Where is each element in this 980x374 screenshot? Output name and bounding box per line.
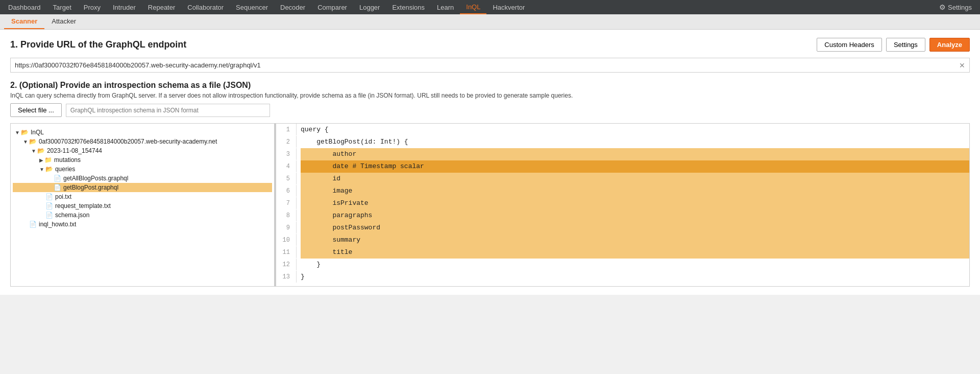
tree-panel: ▼InQL▼0af30007032f076e8458184000b20057.w… [11, 124, 276, 286]
line-number: 7 [276, 197, 297, 209]
folder-open-icon [37, 147, 45, 154]
url-row: ✕ [10, 58, 970, 73]
tree-label-mutations-folder: mutations [54, 156, 81, 163]
step2-description: InQL can query schema directly from Grap… [10, 92, 970, 99]
tree-item-schema-json[interactable]: schema.json [13, 211, 272, 220]
nav-collaborator[interactable]: Collaborator [181, 0, 230, 14]
nav-extensions[interactable]: Extensions [386, 0, 431, 14]
tree-label-schema-json: schema.json [55, 212, 89, 219]
line-number: 2 [276, 136, 297, 148]
analyze-button[interactable]: Analyze [929, 38, 970, 52]
nav-repeater[interactable]: Repeater [142, 0, 181, 14]
main-content: 1. Provide URL of the GraphQL endpoint C… [0, 30, 980, 295]
folder-open-icon [45, 166, 53, 173]
code-line-11: 11 title [276, 246, 969, 259]
url-input[interactable] [11, 58, 955, 72]
code-text-line-3: author [301, 148, 969, 160]
tree-toggle-inql-root[interactable]: ▼ [15, 130, 20, 135]
nav-learn[interactable]: Learn [431, 0, 460, 14]
step2-title: 2. (Optional) Provide an introspection s… [10, 81, 970, 90]
tree-label-poi-file: poi.txt [55, 193, 71, 200]
tree-item-getBlogPost[interactable]: getBlogPost.graphql [13, 183, 272, 192]
tree-item-timestamp-folder[interactable]: ▼2023-11-08_154744 [13, 146, 272, 155]
code-panel: 1query {2 getBlogPost(id: Int!) {3 autho… [276, 124, 969, 286]
tree-label-getBlogPost: getBlogPost.graphql [63, 184, 118, 191]
file-icon [54, 184, 61, 191]
file-row: Select file ... [10, 103, 970, 117]
code-text-line-4: date # Timestamp scalar [301, 160, 969, 173]
folder-open-icon [29, 138, 37, 145]
tree-item-inql-root[interactable]: ▼InQL [13, 128, 272, 137]
secondary-navigation: Scanner Attacker [0, 14, 980, 30]
file-icon [45, 193, 53, 200]
file-path-input[interactable] [66, 104, 270, 117]
tree-label-queries-folder: queries [55, 166, 75, 173]
tree-item-domain-folder[interactable]: ▼0af30007032f076e8458184000b20057.web-se… [13, 137, 272, 146]
code-line-13: 13} [276, 271, 969, 283]
line-number: 3 [276, 148, 297, 160]
code-text-line-1: query { [301, 124, 969, 136]
file-icon [29, 221, 37, 228]
url-clear-button[interactable]: ✕ [955, 59, 969, 72]
tree-label-request-template: request_template.txt [55, 202, 111, 209]
tree-toggle-mutations-folder[interactable]: ▶ [39, 157, 43, 163]
file-icon [45, 202, 53, 209]
folder-icon [44, 156, 52, 163]
nav-logger[interactable]: Logger [353, 0, 386, 14]
code-line-5: 5 id [276, 173, 969, 185]
gear-icon [939, 3, 946, 11]
nav-target[interactable]: Target [47, 0, 78, 14]
tree-label-getAllBlogPosts: getAllBlogPosts.graphql [63, 175, 128, 182]
tree-item-mutations-folder[interactable]: ▶mutations [13, 155, 272, 165]
tree-item-getAllBlogPosts[interactable]: getAllBlogPosts.graphql [13, 174, 272, 183]
custom-headers-button[interactable]: Custom Headers [817, 38, 882, 52]
tab-attacker[interactable]: Attacker [44, 14, 83, 29]
top-navigation: Dashboard Target Proxy Intruder Repeater… [0, 0, 980, 14]
nav-comparer[interactable]: Comparer [311, 0, 353, 14]
code-line-2: 2 getBlogPost(id: Int!) { [276, 136, 969, 148]
tree-label-domain-folder: 0af30007032f076e8458184000b20057.web-sec… [39, 138, 217, 145]
tree-label-timestamp-folder: 2023-11-08_154744 [47, 147, 102, 154]
nav-hackvertor[interactable]: Hackvertor [486, 0, 531, 14]
code-line-10: 10 summary [276, 234, 969, 246]
tree-toggle-timestamp-folder[interactable]: ▼ [31, 148, 36, 154]
code-text-line-11: title [301, 246, 969, 259]
line-number: 12 [276, 259, 297, 270]
line-number: 10 [276, 234, 297, 246]
select-file-button[interactable]: Select file ... [10, 103, 62, 117]
nav-sequencer[interactable]: Sequencer [230, 0, 274, 14]
tree-label-inql-howto: inql_howto.txt [39, 221, 76, 228]
file-icon [45, 212, 53, 219]
line-number: 9 [276, 222, 297, 233]
nav-decoder[interactable]: Decoder [274, 0, 311, 14]
line-number: 1 [276, 124, 297, 135]
tree-item-poi-file[interactable]: poi.txt [13, 192, 272, 201]
tree-item-queries-folder[interactable]: ▼queries [13, 165, 272, 174]
tree-toggle-queries-folder[interactable]: ▼ [39, 167, 44, 172]
tree-item-inql-howto[interactable]: inql_howto.txt [13, 220, 272, 229]
settings-nav-item[interactable]: Settings [933, 3, 978, 11]
nav-inql[interactable]: InQL [460, 0, 486, 14]
split-panel: ▼InQL▼0af30007032f076e8458184000b20057.w… [10, 123, 970, 287]
tree-item-request-template[interactable]: request_template.txt [13, 201, 272, 211]
code-line-4: 4 date # Timestamp scalar [276, 160, 969, 173]
settings-label: Settings [948, 4, 972, 11]
code-text-line-10: summary [301, 234, 969, 246]
line-number: 11 [276, 246, 297, 258]
nav-dashboard[interactable]: Dashboard [2, 0, 47, 14]
code-line-7: 7 isPrivate [276, 197, 969, 209]
code-text-line-7: isPrivate [301, 197, 969, 209]
step1-title: 1. Provide URL of the GraphQL endpoint [10, 39, 186, 50]
settings-button[interactable]: Settings [886, 38, 925, 52]
code-text-line-5: id [301, 173, 969, 185]
nav-intruder[interactable]: Intruder [107, 0, 142, 14]
line-number: 13 [276, 271, 297, 283]
tree-toggle-domain-folder[interactable]: ▼ [23, 139, 28, 145]
code-line-9: 9 postPassword [276, 222, 969, 234]
code-text-line-6: image [301, 185, 969, 197]
tab-scanner[interactable]: Scanner [4, 14, 44, 29]
code-line-12: 12 } [276, 259, 969, 271]
nav-proxy[interactable]: Proxy [78, 0, 107, 14]
step1-header: 1. Provide URL of the GraphQL endpoint C… [10, 38, 970, 52]
step1-actions: Custom Headers Settings Analyze [817, 38, 970, 52]
